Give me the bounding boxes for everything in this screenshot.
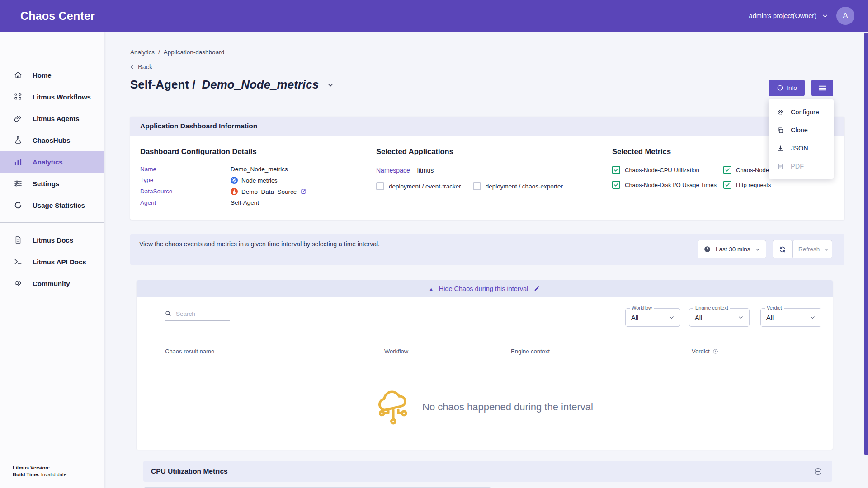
sidebar-item-litmus-agents[interactable]: Litmus Agents: [0, 108, 104, 129]
chaos-events-card: ▲ Hide Chaos during this interval Workfl…: [137, 280, 833, 450]
chevron-down-icon: [824, 247, 829, 252]
panel-header: Application Dashboard Information: [130, 117, 844, 136]
checkbox-event-tracker[interactable]: [376, 182, 384, 190]
menu-item-configure[interactable]: Configure: [769, 103, 834, 121]
project-name: admin's project(Owner): [749, 12, 816, 19]
checkbox-chaos-exporter[interactable]: [473, 182, 481, 190]
metric-checkbox-row: Chaos-Node-CPU Utilization: [612, 166, 723, 174]
clone-icon: [777, 127, 784, 134]
checkbox-label: Chaos-Node-CPU Utilization: [625, 167, 699, 174]
namespace-label: Namespace: [376, 167, 410, 174]
docs-icon: [14, 235, 23, 244]
checkbox-disk-io-times[interactable]: [612, 181, 620, 189]
breadcrumb-analytics[interactable]: Analytics: [130, 49, 155, 56]
checkbox-label: deployment / event-tracker: [389, 183, 461, 190]
usage-icon: [14, 201, 23, 210]
config-label-datasource: DataSource: [140, 188, 231, 195]
refresh-now-button[interactable]: [773, 240, 793, 258]
avatar[interactable]: A: [836, 7, 854, 25]
engine-context-filter[interactable]: Engine context All: [689, 308, 750, 327]
sidebar-item-litmus-docs[interactable]: Litmus Docs: [0, 229, 104, 251]
column-verdict: Verdict: [692, 348, 718, 355]
application-checkbox-row: deployment / chaos-exporter: [473, 182, 563, 190]
sidebar-item-analytics[interactable]: Analytics: [0, 151, 104, 173]
back-label: Back: [138, 63, 152, 70]
config-value-agent: Self-Agent: [231, 199, 366, 206]
checkbox-cpu-utilization[interactable]: [612, 166, 620, 174]
community-icon: [14, 279, 23, 288]
settings-icon: [14, 179, 23, 188]
refresh-interval-select[interactable]: Refresh: [793, 240, 832, 258]
checkbox-label: Chaos-Node-Disk I/O Usage Times: [625, 182, 717, 188]
cloud-circuit-icon: [376, 389, 410, 426]
workflow-filter[interactable]: Workflow All: [625, 308, 680, 327]
back-button[interactable]: Back: [129, 63, 152, 70]
config-value-datasource: Demo_Data_Source: [231, 188, 366, 195]
sidebar-item-label: Usage Statistics: [33, 202, 85, 209]
refresh-label: Refresh: [798, 246, 820, 253]
search-input[interactable]: [176, 310, 226, 317]
chevron-down-icon: [810, 314, 816, 320]
project-switcher[interactable]: admin's project(Owner): [749, 12, 828, 19]
kubernetes-icon: [231, 177, 238, 184]
time-range-value: Last 30 mins: [716, 246, 750, 253]
breadcrumb-application-dashboard[interactable]: Application-dashboard: [164, 49, 224, 56]
sidebar-item-litmus-api-docs[interactable]: Litmus API Docs: [0, 251, 104, 272]
empty-message: No chaos happened during the interval: [422, 401, 593, 413]
menu-item-label: Configure: [791, 108, 819, 116]
litmus-version-label: Litmus Version:: [13, 465, 50, 470]
checkbox-http-requests[interactable]: [723, 181, 731, 189]
dashboard-select-chevron[interactable]: [327, 81, 334, 89]
collapse-section-icon[interactable]: [814, 467, 822, 476]
filter-value: All: [695, 314, 702, 321]
time-interval-bar: View the chaos events and metrics in a g…: [130, 234, 844, 265]
dashboard-configuration-details: Dashboard Configuration Details Name Dem…: [140, 147, 366, 206]
chevron-down-icon: [822, 13, 828, 19]
sidebar-item-community[interactable]: Community: [0, 272, 104, 294]
title-dashboard-name: Demo_Node_metrics: [202, 78, 319, 92]
verdict-filter[interactable]: Verdict All: [760, 308, 821, 327]
menu-item-pdf[interactable]: PDF: [769, 157, 834, 175]
config-label-agent: Agent: [140, 199, 231, 206]
build-time-value: Invalid date: [41, 472, 66, 477]
verdict-info-icon[interactable]: [712, 348, 718, 354]
sidebar-item-litmus-workflows[interactable]: Litmus Workflows: [0, 86, 104, 108]
edit-pencil-icon[interactable]: [533, 286, 540, 292]
column-chaos-result-name: Chaos result name: [165, 348, 214, 355]
menu-item-label: Clone: [791, 127, 808, 134]
top-header: Chaos Center admin's project(Owner) A: [0, 0, 868, 32]
sidebar-item-settings[interactable]: Settings: [0, 173, 104, 194]
external-link-icon[interactable]: [300, 188, 307, 195]
dashboard-menu-dropdown: Configure Clone JSON PDF: [769, 99, 834, 179]
namespace-value: litmus: [417, 167, 434, 174]
section-title: Dashboard Configuration Details: [140, 147, 366, 156]
metric-checkbox-row: Http requests: [723, 181, 838, 189]
menu-item-label: PDF: [791, 163, 804, 170]
info-button[interactable]: Info: [769, 80, 805, 96]
config-label-type: Type: [140, 177, 231, 184]
column-engine-context: Engine context: [511, 348, 550, 355]
gear-icon: [777, 108, 784, 116]
analytics-icon: [14, 157, 23, 166]
chevron-left-icon: [129, 64, 135, 70]
sidebar-item-label: Litmus Docs: [33, 236, 73, 244]
filter-label: Workflow: [630, 305, 654, 310]
sidebar-item-label: Community: [33, 280, 70, 287]
sidebar-item-home[interactable]: Home: [0, 64, 104, 86]
sidebar-item-label: Litmus API Docs: [33, 258, 86, 266]
menu-item-clone[interactable]: Clone: [769, 121, 834, 139]
refresh-icon: [778, 245, 787, 253]
file-icon: [777, 163, 784, 170]
clock-icon: [703, 245, 711, 253]
time-range-select[interactable]: Last 30 mins: [698, 240, 766, 258]
menu-item-label: JSON: [791, 145, 808, 152]
sidebar-item-chaoshubs[interactable]: ChaosHubs: [0, 129, 104, 151]
hamburger-icon: [818, 84, 827, 93]
checkbox-disk-io-rw[interactable]: [723, 166, 731, 174]
dashboard-menu-button[interactable]: [811, 80, 833, 96]
vertical-scrollbar[interactable]: [864, 33, 868, 455]
menu-item-json[interactable]: JSON: [769, 139, 834, 157]
terminal-icon: [14, 257, 23, 266]
hide-chaos-toggle[interactable]: ▲ Hide Chaos during this interval: [137, 280, 833, 297]
sidebar-item-usage-statistics[interactable]: Usage Statistics: [0, 194, 104, 216]
